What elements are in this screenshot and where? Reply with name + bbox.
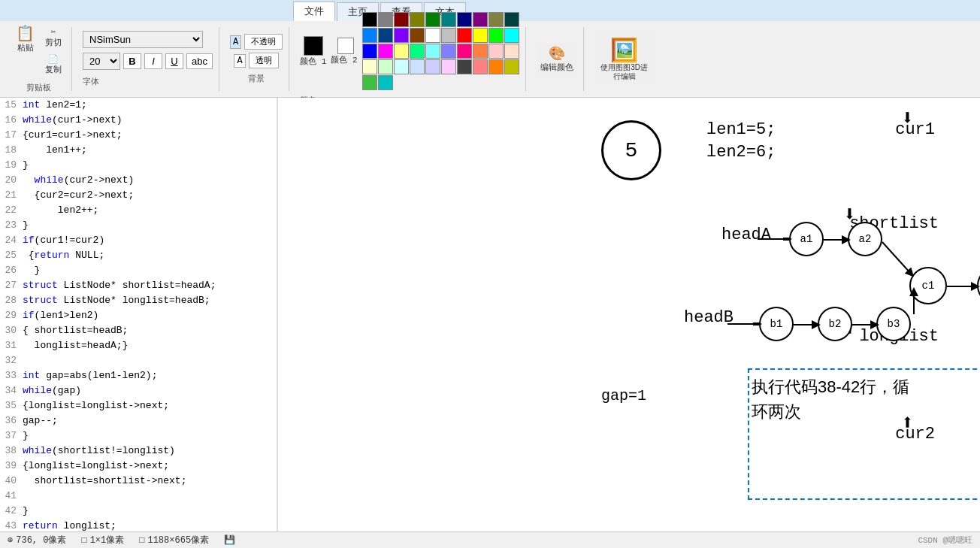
color-swatch-004080[interactable] [378, 28, 393, 43]
color-swatch-804000[interactable] [410, 28, 425, 43]
color-swatch-00ff80[interactable] [410, 44, 425, 59]
position-text: 736, 0像素 [16, 534, 66, 546]
line-number: 31 [0, 338, 23, 353]
copy-icon: 📄 [48, 54, 59, 64]
color-swatch-c0c0c0[interactable] [441, 28, 456, 43]
size1-text: 1×1像素 [90, 534, 125, 546]
copy-button[interactable]: 📄 复制 [41, 52, 65, 77]
color-swatch-ffccff[interactable] [441, 59, 456, 74]
color-swatch-ffffff[interactable] [425, 28, 440, 43]
line-number: 30 [0, 323, 23, 338]
code-line-39: 39{longlist=longlist->next; [0, 459, 277, 474]
color-swatch-40c040[interactable] [362, 75, 377, 90]
bg-transparent-row: A 透明 [234, 53, 278, 68]
len1-text: len1=5; [706, 120, 776, 139]
color-swatch-808040[interactable] [488, 12, 504, 27]
font-size-select[interactable]: 20 [83, 53, 120, 70]
color-swatch-ffffcc[interactable] [362, 59, 377, 74]
line-number: 40 [0, 474, 23, 489]
color-swatch-00ffff[interactable] [504, 28, 519, 43]
opaque-button[interactable]: 不透明 [244, 34, 283, 50]
color-swatch-ff0000[interactable] [457, 28, 472, 43]
edit-color-button[interactable]: 🎨 编辑颜色 [537, 43, 577, 75]
color-swatch-0080ff[interactable] [362, 28, 377, 43]
code-line-31: 31 longlist=headA;} [0, 338, 277, 353]
color-swatch-404040[interactable] [457, 59, 472, 74]
color1-label: 颜色 1 [300, 56, 326, 67]
transparent-button[interactable]: 透明 [249, 53, 279, 68]
cut-label: 剪切 [45, 37, 62, 48]
toolbar-content: 📋 粘贴 ✂ 剪切 📄 复制 剪贴板 [0, 21, 980, 97]
node-b3: b3 [876, 307, 911, 341]
color-swatch-ff0080[interactable] [457, 44, 472, 59]
color-swatch-000000[interactable] [362, 12, 377, 27]
line-code: { shortlist=headB; [23, 323, 277, 338]
color2-pair: 颜色 2 [331, 38, 357, 65]
cut-button[interactable]: ✂ 剪切 [41, 25, 65, 50]
color-swatch-000080[interactable] [457, 12, 472, 27]
line-number: 34 [0, 383, 23, 398]
edit-color-label: 编辑颜色 [540, 62, 573, 73]
paste-button[interactable]: 📋 粘贴 [12, 25, 38, 77]
code-line-23: 23} [0, 218, 277, 233]
color-swatch-004040[interactable] [504, 12, 519, 27]
size2-status: □ 1188×665像素 [139, 534, 209, 546]
color-swatch-00c0c0[interactable] [378, 75, 393, 90]
code-panel: 15int len2=1;16while(cur1->next)17{cur1=… [0, 98, 278, 531]
arrow-a2-c1 [881, 241, 914, 277]
line-number: 39 [0, 459, 23, 474]
strikethrough-button[interactable]: abc [186, 53, 213, 69]
font-family-select[interactable]: NSimSun [83, 31, 203, 48]
color1-swatch[interactable] [304, 36, 323, 56]
line-number: 32 [0, 353, 23, 368]
edit-color-icon: 🎨 [549, 45, 565, 62]
line-number: 22 [0, 203, 23, 218]
line-code: struct ListNode* longlist=headB; [23, 293, 277, 308]
color-swatch-ccccff[interactable] [425, 59, 440, 74]
color-swatch-ffe0cc[interactable] [504, 44, 519, 59]
code-line-28: 28struct ListNode* longlist=headB; [0, 293, 277, 308]
color-swatch-008080[interactable] [441, 12, 456, 27]
italic-button[interactable]: I [144, 53, 162, 69]
color-swatch-808080[interactable] [378, 12, 393, 27]
code-line-35: 35{longlist=longlist->next; [0, 398, 277, 413]
underline-button[interactable]: U [165, 53, 183, 69]
use3d-button[interactable]: 🖼️ 使用图图3D进行编辑 [594, 35, 655, 83]
color-swatch-c0c000[interactable] [504, 59, 519, 74]
color-swatch-ffff80[interactable] [394, 44, 409, 59]
color-swatch-ccffff[interactable] [394, 59, 409, 74]
line-code: } [23, 428, 277, 444]
line-code [23, 489, 277, 504]
color-swatch-0000ff[interactable] [362, 44, 377, 59]
color-swatch-800000[interactable] [394, 12, 409, 27]
bold-button[interactable]: B [123, 53, 141, 69]
color-swatch-8000ff[interactable] [394, 28, 409, 43]
color-swatch-008000[interactable] [425, 12, 440, 27]
canvas-panel[interactable]: 5 len1=5; len2=6; cur1 ⬇ shortlist ⬇ hea… [278, 98, 980, 531]
color-swatch-ff8040[interactable] [473, 44, 488, 59]
color-swatch-ffff00[interactable] [473, 28, 488, 43]
code-line-22: 22 len2++; [0, 203, 277, 218]
color-swatch-cce0ff[interactable] [410, 59, 425, 74]
note-text: 执行代码38-42行，循 环两次 [752, 374, 909, 424]
code-line-36: 36gap--; [0, 413, 277, 428]
color-swatch-808000[interactable] [410, 12, 425, 27]
color2-swatch[interactable] [337, 38, 354, 54]
color-swatch-ffcccc[interactable] [488, 44, 504, 59]
color-swatch-ff00ff[interactable] [378, 44, 393, 59]
size1-icon: □ [81, 535, 86, 546]
arrow-headA [758, 238, 792, 241]
line-code [23, 353, 277, 368]
color-swatch-00ff00[interactable] [488, 28, 504, 43]
color-swatch-8080ff[interactable] [441, 44, 456, 59]
color-swatch-80ffff[interactable] [425, 44, 440, 59]
paste-icon: 📋 [16, 27, 35, 42]
code-line-25: 25 {return NULL; [0, 248, 277, 263]
color-swatch-800080[interactable] [473, 12, 488, 27]
shortlist-arrow-icon: ⬇ [843, 201, 856, 227]
color-swatch-ff8080[interactable] [473, 59, 488, 74]
code-line-19: 19} [0, 158, 277, 173]
color-swatch-ff8000[interactable] [488, 59, 504, 74]
color-swatch-ccffcc[interactable] [378, 59, 393, 74]
background-section-label: 背景 [248, 73, 265, 84]
